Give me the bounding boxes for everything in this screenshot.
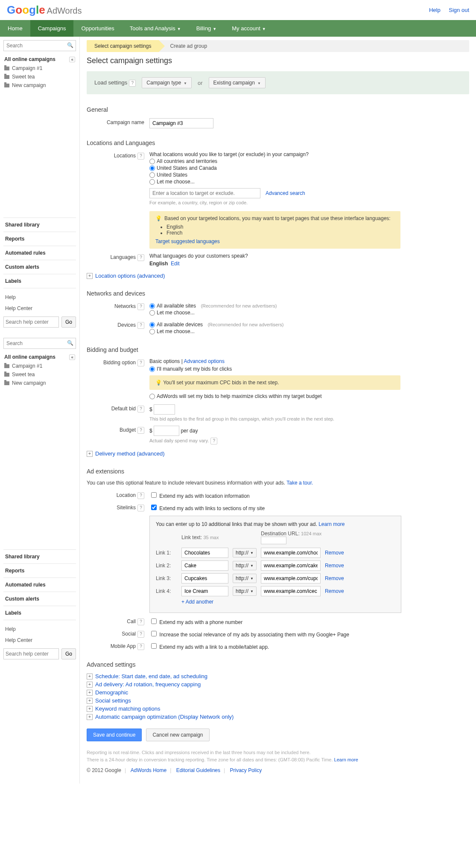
bid-radio-auto[interactable] — [149, 394, 155, 399]
side-reports-2[interactable]: Reports — [3, 564, 76, 578]
sitelink-text-input[interactable] — [181, 586, 228, 596]
side-help-2[interactable]: Help — [3, 624, 76, 635]
nav-tools[interactable]: Tools and Analysis▼ — [122, 20, 189, 37]
campaign-tree-item[interactable]: New campaign — [3, 81, 76, 90]
side-reports[interactable]: Reports — [3, 232, 76, 246]
campaign-name-input[interactable] — [149, 118, 213, 128]
sitelinks-learn-more[interactable]: Learn more — [318, 521, 345, 527]
side-help-center[interactable]: Help Center — [3, 303, 76, 314]
ext-call-checkbox[interactable] — [151, 618, 157, 624]
advanced-item[interactable]: +Keyword matching options — [87, 705, 469, 712]
crumb-step2[interactable]: Create ad group — [159, 40, 215, 52]
advanced-options-link[interactable]: Advanced options — [184, 358, 225, 364]
advanced-item[interactable]: +Ad delivery: Ad rotation, frequency cap… — [87, 681, 469, 688]
location-options-advanced[interactable]: +Location options (advanced) — [87, 273, 469, 279]
sidebar-search-input-2[interactable] — [3, 338, 76, 349]
advanced-item[interactable]: +Schedule: Start date, end date, ad sche… — [87, 673, 469, 679]
search-icon[interactable]: 🔍 — [67, 340, 73, 346]
search-icon[interactable]: 🔍 — [67, 42, 73, 48]
sitelink-text-input[interactable] — [181, 548, 228, 558]
loc-radio-us-ca[interactable] — [149, 165, 155, 171]
location-input[interactable] — [149, 188, 260, 198]
sitelink-protocol-select[interactable]: http:// ▼ — [233, 574, 257, 583]
footer-privacy[interactable]: Privacy Policy — [230, 767, 262, 773]
footer-learn-more[interactable]: Learn more — [334, 757, 358, 762]
nav-home[interactable]: Home — [0, 20, 30, 37]
sitelink-protocol-select[interactable]: http:// ▼ — [233, 548, 257, 557]
campaign-tree-item[interactable]: Sweet tea — [3, 73, 76, 81]
sitelink-remove-link[interactable]: Remove — [325, 588, 344, 594]
take-tour-link[interactable]: Take a tour. — [286, 480, 313, 486]
help-icon[interactable]: ? — [137, 153, 144, 160]
side-shared-library[interactable]: Shared library — [3, 218, 76, 232]
loc-radio-choose[interactable] — [149, 179, 155, 185]
languages-edit-link[interactable]: Edit — [171, 261, 180, 267]
ext-location-checkbox[interactable] — [151, 492, 157, 498]
campaign-tree-item[interactable]: Campaign #1 — [3, 64, 76, 73]
loc-radio-all[interactable] — [149, 159, 155, 164]
nav-billing[interactable]: Billing▼ — [189, 20, 225, 37]
help-icon[interactable]: ? — [210, 438, 217, 444]
side-labels-2[interactable]: Labels — [3, 606, 76, 620]
sitelink-protocol-select[interactable]: http:// ▼ — [233, 586, 257, 596]
sitelink-remove-link[interactable]: Remove — [325, 575, 344, 581]
help-icon[interactable]: ? — [137, 618, 144, 625]
sitelink-protocol-select[interactable]: http:// ▼ — [233, 561, 257, 570]
crumb-step1[interactable]: Select campaign settings — [87, 40, 159, 52]
ext-mobile-checkbox[interactable] — [151, 643, 157, 649]
help-icon[interactable]: ? — [137, 254, 144, 261]
campaign-tree-item[interactable]: Campaign #1 — [3, 362, 76, 370]
ext-sitelinks-checkbox[interactable] — [151, 505, 157, 510]
help-icon[interactable]: ? — [137, 492, 144, 499]
devices-radio-all[interactable] — [149, 322, 155, 328]
help-center-go-button-2[interactable]: Go — [61, 648, 76, 659]
sitelink-remove-link[interactable]: Remove — [325, 550, 344, 556]
sitelink-url-input[interactable] — [261, 573, 321, 584]
campaign-type-dropdown[interactable]: Campaign type▼ — [142, 77, 192, 88]
side-shared-library-2[interactable]: Shared library — [3, 550, 76, 564]
sitelink-text-input[interactable] — [181, 573, 228, 584]
sitelink-text-input[interactable] — [181, 560, 228, 571]
help-icon[interactable]: ? — [137, 406, 144, 412]
help-icon[interactable]: ? — [137, 643, 144, 650]
footer-editorial[interactable]: Editorial Guidelines — [176, 767, 220, 773]
delivery-method-advanced[interactable]: +Delivery method (advanced) — [87, 450, 469, 457]
collapse-icon[interactable]: « — [69, 354, 75, 360]
networks-radio-choose[interactable] — [149, 310, 155, 316]
nav-account[interactable]: My account▼ — [224, 20, 273, 37]
sitelink-remove-link[interactable]: Remove — [325, 563, 344, 569]
help-center-go-button[interactable]: Go — [61, 316, 76, 328]
bid-radio-manual[interactable] — [149, 366, 155, 372]
advanced-item[interactable]: +Demographic — [87, 689, 469, 696]
loc-radio-us[interactable] — [149, 172, 155, 178]
cancel-button[interactable]: Cancel new campaign — [146, 729, 209, 741]
sitelink-url-input[interactable] — [261, 548, 321, 558]
side-automated-rules-2[interactable]: Automated rules — [3, 578, 76, 592]
help-center-search-input[interactable] — [3, 316, 59, 328]
side-help-center-2[interactable]: Help Center — [3, 635, 76, 646]
campaign-tree-item[interactable]: Sweet tea — [3, 370, 76, 379]
default-bid-input[interactable] — [154, 404, 175, 415]
help-center-search-input-2[interactable] — [3, 648, 59, 659]
save-continue-button[interactable]: Save and continue — [87, 729, 142, 741]
add-another-link[interactable]: + Add another — [181, 599, 213, 605]
side-automated-rules[interactable]: Automated rules — [3, 246, 76, 260]
advanced-item[interactable]: +Social settings — [87, 697, 469, 704]
nav-campaigns[interactable]: Campaigns — [30, 20, 74, 37]
devices-radio-choose[interactable] — [149, 329, 155, 334]
advanced-item[interactable]: +Automatic campaign optimization (Displa… — [87, 714, 469, 720]
side-help[interactable]: Help — [3, 292, 76, 303]
sidebar-search-input[interactable] — [3, 40, 76, 51]
side-labels[interactable]: Labels — [3, 274, 76, 288]
existing-campaign-dropdown[interactable]: Existing campaign▼ — [209, 77, 266, 88]
nav-opportunities[interactable]: Opportunities — [73, 20, 122, 37]
campaigns-tree-header-2[interactable]: All online campaigns — [4, 354, 55, 360]
target-languages-link[interactable]: Target suggested languages — [155, 238, 220, 244]
help-icon[interactable]: ? — [137, 427, 144, 434]
help-link[interactable]: Help — [429, 7, 441, 13]
signout-link[interactable]: Sign out — [449, 7, 469, 13]
advanced-search-link[interactable]: Advanced search — [266, 190, 305, 196]
campaigns-tree-header[interactable]: All online campaigns — [4, 56, 55, 62]
help-icon[interactable]: ? — [137, 505, 144, 511]
side-custom-alerts[interactable]: Custom alerts — [3, 260, 76, 274]
